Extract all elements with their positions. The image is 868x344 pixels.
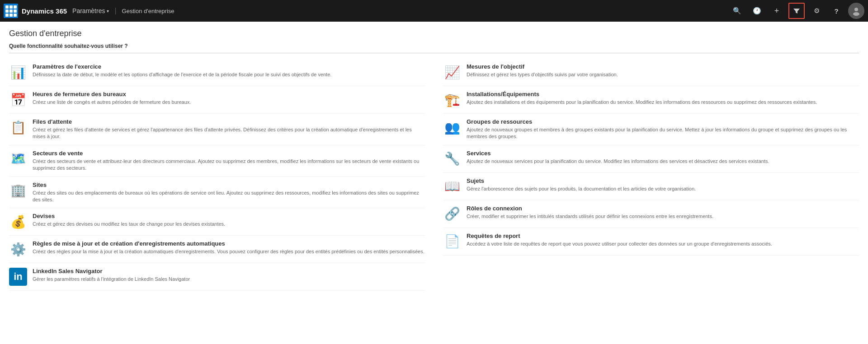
item-title: Installations/Équipements <box>467 91 817 98</box>
item-icon: 🔧 <box>443 150 461 168</box>
item-title: Services <box>467 150 769 157</box>
app-title: Dynamics 365 <box>22 7 67 15</box>
item-content: Files d'attente Créez et gérez les files… <box>33 118 425 140</box>
list-item[interactable]: 🏢 Sites Créez des sites ou des emplaceme… <box>9 177 425 209</box>
item-desc: Créez une liste de congés et autres péri… <box>33 99 191 106</box>
list-item[interactable]: 🏗️ Installations/Équipements Ajoutez des… <box>443 86 859 114</box>
item-icon: 📅 <box>9 91 27 109</box>
item-title: Requêtes de report <box>467 232 772 239</box>
item-title: Groupes de ressources <box>467 118 859 125</box>
item-content: Secteurs de vente Créez des secteurs de … <box>33 150 425 172</box>
user-avatar[interactable] <box>848 3 864 19</box>
list-item[interactable]: 🗺️ Secteurs de vente Créez des secteurs … <box>9 145 425 177</box>
list-item[interactable]: 🔧 Services Ajoutez de nouveaux services … <box>443 145 859 173</box>
item-icon: 📖 <box>443 177 461 195</box>
item-title: Heures de fermeture des bureaux <box>33 91 191 98</box>
item-content: Sites Créez des sites ou des emplacement… <box>33 181 425 204</box>
left-column: 📊 Paramètres de l'exercice Définissez la… <box>9 59 425 291</box>
item-icon: 🗺️ <box>9 150 27 168</box>
item-content: Services Ajoutez de nouveaux services po… <box>467 150 769 165</box>
item-content: Rôles de connexion Créer, modifier et su… <box>467 205 713 220</box>
item-content: Sujets Gérez l'arborescence des sujets p… <box>467 177 696 192</box>
svg-point-0 <box>854 8 858 11</box>
right-column: 📈 Mesures de l'objectif Définissez et gé… <box>443 59 859 291</box>
chevron-down-icon: ▾ <box>107 9 109 14</box>
item-icon: 📋 <box>9 118 27 136</box>
item-desc: Gérer les paramètres relatifs à l'intégr… <box>33 276 190 283</box>
item-desc: Accédez à votre liste de requêtes de rep… <box>467 241 772 247</box>
item-title: Sites <box>33 181 425 188</box>
item-content: Groupes de ressources Ajoutez de nouveau… <box>467 118 859 140</box>
settings-icon-button[interactable]: ⚙ <box>808 3 825 19</box>
item-title: Files d'attente <box>33 118 425 125</box>
item-content: Requêtes de report Accédez à votre liste… <box>467 232 772 247</box>
module-selector[interactable]: Paramètres ▾ <box>72 7 109 14</box>
list-item[interactable]: 📄 Requêtes de report Accédez à votre lis… <box>443 228 859 256</box>
item-desc: Ajoutez de nouveaux services pour la pla… <box>467 158 769 165</box>
item-icon: 📊 <box>9 63 27 81</box>
item-title: Devises <box>33 213 225 219</box>
filter-icon-button[interactable] <box>788 3 805 19</box>
topnav: Dynamics 365 Paramètres ▾ | Gestion d'en… <box>0 0 868 22</box>
item-content: LinkedIn Sales Navigator Gérer les param… <box>33 268 190 283</box>
list-item[interactable]: 📅 Heures de fermeture des bureaux Créez … <box>9 86 425 114</box>
list-item[interactable]: 📈 Mesures de l'objectif Définissez et gé… <box>443 59 859 86</box>
item-desc: Créer, modifier et supprimer les intitul… <box>467 213 713 220</box>
item-content: Paramètres de l'exercice Définissez la d… <box>33 63 331 78</box>
help-icon-button[interactable]: ? <box>828 3 844 19</box>
item-desc: Créez des sites ou des emplacements de b… <box>33 190 425 204</box>
list-item[interactable]: ⚙️ Règles de mise à jour et de création … <box>9 236 425 263</box>
waffle-button[interactable] <box>4 4 18 18</box>
item-desc: Gérez l'arborescence des sujets pour les… <box>467 186 696 192</box>
item-desc: Créez et gérez des devises ou modifiez l… <box>33 221 225 228</box>
item-desc: Ajoutez de nouveaux groupes et membres à… <box>467 126 859 140</box>
item-title: Sujets <box>467 177 696 184</box>
item-content: Heures de fermeture des bureaux Créez un… <box>33 91 191 106</box>
item-content: Installations/Équipements Ajoutez des in… <box>467 91 817 106</box>
item-icon: 📈 <box>443 63 461 81</box>
list-item[interactable]: in LinkedIn Sales Navigator Gérer les pa… <box>9 263 425 291</box>
list-item[interactable]: 🔗 Rôles de connexion Créer, modifier et … <box>443 200 859 228</box>
item-title: Paramètres de l'exercice <box>33 63 331 70</box>
item-content: Mesures de l'objectif Définissez et gére… <box>467 63 618 78</box>
item-desc: Créez des secteurs de vente et attribuez… <box>33 158 425 172</box>
page-question: Quelle fonctionnalité souhaitez-vous uti… <box>9 43 859 53</box>
item-desc: Créez des règles pour la mise à jour et … <box>33 248 425 255</box>
svg-point-1 <box>853 12 859 16</box>
item-icon: 📄 <box>443 232 461 251</box>
item-desc: Définissez la date de début, le modèle e… <box>33 71 331 78</box>
nav-divider: | <box>114 7 116 15</box>
item-title: Secteurs de vente <box>33 150 425 157</box>
module-label: Paramètres <box>72 7 105 14</box>
linkedin-icon: in <box>9 268 27 286</box>
list-item[interactable]: 📋 Files d'attente Créez et gérez les fil… <box>9 114 425 145</box>
history-icon-button[interactable]: 🕐 <box>749 3 765 19</box>
item-title: Règles de mise à jour et de création d'e… <box>33 240 425 247</box>
item-content: Devises Créez et gérez des devises ou mo… <box>33 213 225 228</box>
items-grid: 📊 Paramètres de l'exercice Définissez la… <box>9 59 859 291</box>
page-content: Gestion d'entreprise Quelle fonctionnali… <box>0 22 868 298</box>
breadcrumb: Gestion d'entreprise <box>122 8 175 14</box>
item-icon: 💰 <box>9 213 27 231</box>
item-icon: 🔗 <box>443 205 461 223</box>
item-title: Rôles de connexion <box>467 205 713 212</box>
list-item[interactable]: 📊 Paramètres de l'exercice Définissez la… <box>9 59 425 86</box>
item-title: Mesures de l'objectif <box>467 63 618 70</box>
list-item[interactable]: 💰 Devises Créez et gérez des devises ou … <box>9 208 425 236</box>
search-icon-button[interactable]: 🔍 <box>729 3 745 19</box>
item-content: Règles de mise à jour et de création d'e… <box>33 240 425 255</box>
page-title: Gestion d'entreprise <box>9 29 859 38</box>
item-icon: 🏢 <box>9 181 27 200</box>
item-title: LinkedIn Sales Navigator <box>33 268 190 274</box>
item-desc: Créez et gérez les files d'attente de se… <box>33 126 425 140</box>
list-item[interactable]: 📖 Sujets Gérez l'arborescence des sujets… <box>443 173 859 200</box>
list-item[interactable]: 👥 Groupes de ressources Ajoutez de nouve… <box>443 114 859 145</box>
item-icon: 🏗️ <box>443 91 461 109</box>
item-icon: 👥 <box>443 118 461 136</box>
item-desc: Définissez et gérez les types d'objectif… <box>467 71 618 78</box>
item-icon: ⚙️ <box>9 240 27 258</box>
add-icon-button[interactable]: + <box>769 3 785 19</box>
item-desc: Ajoutez des installations et des équipem… <box>467 99 817 106</box>
